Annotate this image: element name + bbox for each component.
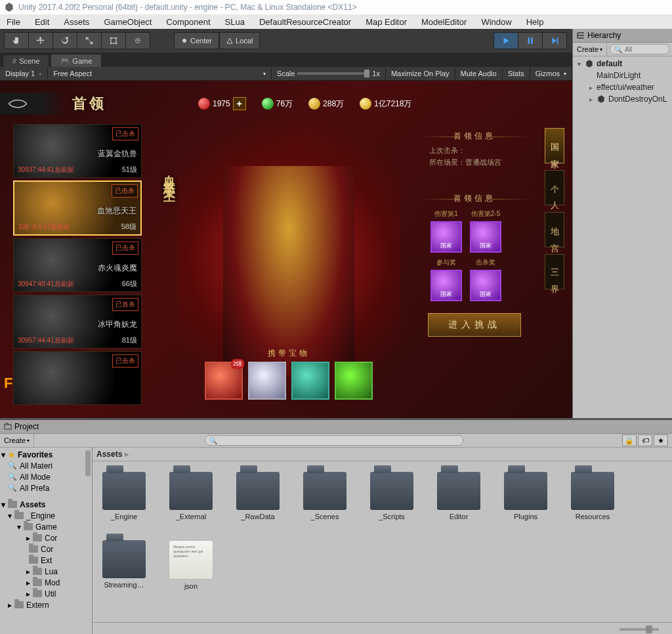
svg-rect-7: [5, 425, 11, 429]
display-dropdown[interactable]: Display 1⬨: [0, 67, 48, 80]
breadcrumb[interactable]: Assets▸: [93, 448, 672, 461]
rect-tool-button[interactable]: [101, 32, 125, 49]
boss-card[interactable]: 已击杀赤火魂炎魔66级30947:48:41后刷新: [13, 238, 142, 292]
project-tree: ▾★Favorites 🔍All Materi 🔍All Mode 🔍All P…: [0, 448, 93, 634]
hierarchy-item[interactable]: ▸DontDestroyOnL: [573, 93, 672, 105]
hierarchy-item[interactable]: ▸effect/ui/weather: [573, 81, 672, 93]
scale-slider[interactable]: [297, 72, 369, 75]
scene-game-pane: Center Local #Scene 🎮Game Display 1⬨ Fre…: [0, 29, 572, 418]
asset-folder[interactable]: _RawData: [233, 472, 283, 520]
boss-card[interactable]: 已首杀冰甲角妖龙81级30957:44:41后刷新: [13, 295, 142, 349]
menu-defaultresourcecreator[interactable]: DefaultResourceCreator: [259, 17, 351, 27]
aspect-dropdown[interactable]: Free Aspect▾: [48, 67, 272, 80]
asset-folder[interactable]: _Engine: [99, 472, 149, 520]
menu-assets[interactable]: Assets: [64, 17, 89, 27]
treasure-slot[interactable]: [335, 362, 373, 400]
boss-card[interactable]: 已击杀: [13, 351, 142, 405]
scale-control[interactable]: Scale1x: [272, 67, 386, 80]
asset-file[interactable]: json: [166, 540, 216, 590]
tree-item[interactable]: 🔍All Prefa: [0, 482, 92, 494]
project-create-dropdown[interactable]: Create▾: [0, 434, 34, 447]
scene-root[interactable]: ▾default: [573, 58, 672, 70]
menu-gameobject[interactable]: GameObject: [104, 17, 152, 27]
star-button[interactable]: ★: [654, 434, 668, 446]
asset-folder[interactable]: _External: [166, 472, 216, 520]
tree-item[interactable]: 🔍All Materi: [0, 460, 92, 471]
move-tool-button[interactable]: [28, 32, 52, 49]
menu-file[interactable]: File: [7, 17, 20, 27]
menu-edit[interactable]: Edit: [35, 17, 49, 27]
stats-toggle[interactable]: Stats: [503, 67, 530, 80]
hierarchy-tab[interactable]: Hierarchy: [573, 29, 672, 43]
maximize-on-play-toggle[interactable]: Maximize On Play: [386, 67, 455, 80]
scale-tool-button[interactable]: [77, 32, 101, 49]
pivot-center-button[interactable]: Center: [174, 32, 219, 49]
boss-card-selected[interactable]: 已击杀血煞恶天王58级106 天4:27后刷新: [13, 180, 142, 236]
menu-window[interactable]: Window: [481, 17, 511, 27]
tree-item[interactable]: ▸Cor: [0, 532, 92, 543]
pause-button[interactable]: [518, 32, 542, 49]
drag-handle[interactable]: [85, 450, 91, 476]
project-content: Assets▸ _Engine _External _RawData _Scen…: [93, 448, 672, 634]
pivot-local-button[interactable]: Local: [219, 32, 260, 49]
label-button[interactable]: 🏷: [638, 434, 652, 446]
project-search-input[interactable]: 🔍: [205, 435, 463, 446]
project-tab[interactable]: Project: [0, 420, 672, 434]
unity-scene-icon: [585, 59, 594, 68]
hand-tool-button[interactable]: [4, 32, 28, 49]
rotate-tool-button[interactable]: [52, 32, 77, 49]
transform-tool-button[interactable]: [125, 32, 150, 49]
menu-help[interactable]: Help: [526, 17, 544, 27]
tree-item[interactable]: ▸Extern: [0, 599, 92, 610]
menu-slua[interactable]: SLua: [225, 17, 245, 27]
add-currency-button[interactable]: +: [233, 97, 246, 110]
tree-item[interactable]: ▾_Engine: [0, 510, 92, 521]
hierarchy-create-dropdown[interactable]: Create▾: [573, 43, 607, 56]
menu-modeleditor[interactable]: ModelEditor: [421, 17, 467, 27]
treasure-slot[interactable]: 2级: [205, 362, 243, 400]
asset-folder[interactable]: _Scripts: [367, 472, 417, 520]
vtab-personal[interactable]: 个 人: [545, 170, 564, 205]
assets-section[interactable]: ▾Assets: [0, 499, 92, 510]
asset-folder[interactable]: Plugins: [501, 472, 551, 520]
game-view[interactable]: FPS: 45 首领 1975+ 76万 288万 1亿7218万 已击杀蓝翼金…: [0, 81, 572, 418]
tree-item[interactable]: Ext: [0, 555, 92, 566]
asset-folder[interactable]: Streaming…: [99, 540, 149, 590]
treasure-slot[interactable]: [291, 362, 329, 400]
tab-game[interactable]: 🎮Game: [51, 54, 102, 67]
location-label: 所在场景：普通战场宫: [429, 158, 530, 167]
asset-folder[interactable]: Resources: [568, 472, 618, 520]
tab-scene[interactable]: #Scene: [3, 54, 49, 67]
reward-item[interactable]: 国家: [470, 270, 501, 301]
vtab-realm[interactable]: 三 界: [545, 254, 564, 289]
mute-audio-toggle[interactable]: Mute Audio: [455, 67, 503, 80]
play-button[interactable]: [494, 32, 518, 49]
tree-item[interactable]: 🔍All Mode: [0, 471, 92, 482]
vtab-dungeon[interactable]: 地 宫: [545, 212, 564, 247]
asset-folder[interactable]: _Scenes: [300, 472, 350, 520]
favorites-section[interactable]: ▾★Favorites: [0, 449, 92, 460]
coin-diamond-icon: [360, 98, 371, 110]
tree-item[interactable]: ▸Lua: [0, 566, 92, 577]
reward-item[interactable]: 国家: [430, 221, 462, 253]
tree-item[interactable]: Cor: [0, 543, 92, 555]
thumbnail-size-slider[interactable]: [620, 628, 659, 631]
tree-item[interactable]: ▸Util: [0, 588, 92, 599]
reward-item[interactable]: 国家: [430, 270, 462, 301]
enter-challenge-button[interactable]: 进入挑战: [428, 313, 521, 337]
gizmos-dropdown[interactable]: Gizmos▾: [530, 67, 572, 80]
asset-folder[interactable]: Editor: [434, 472, 484, 520]
menu-mapeditor[interactable]: Map Editor: [366, 17, 407, 27]
asset-grid: _Engine _External _RawData _Scenes _Scri…: [93, 461, 672, 622]
treasure-slot[interactable]: [248, 362, 286, 400]
boss-card[interactable]: 已击杀蓝翼金犰兽51级30937:44:41后刷新: [13, 124, 142, 178]
hierarchy-item[interactable]: MainDirLight: [573, 70, 672, 81]
filter-button[interactable]: 🔒: [622, 434, 637, 446]
tree-item[interactable]: ▸Mod: [0, 577, 92, 588]
hierarchy-search-input[interactable]: 🔍All: [610, 44, 669, 54]
menu-component[interactable]: Component: [166, 17, 210, 27]
step-button[interactable]: [542, 32, 567, 49]
vtab-nation[interactable]: 国 家: [545, 128, 564, 163]
tree-item[interactable]: ▾Game: [0, 521, 92, 532]
reward-item[interactable]: 国家: [470, 221, 501, 253]
